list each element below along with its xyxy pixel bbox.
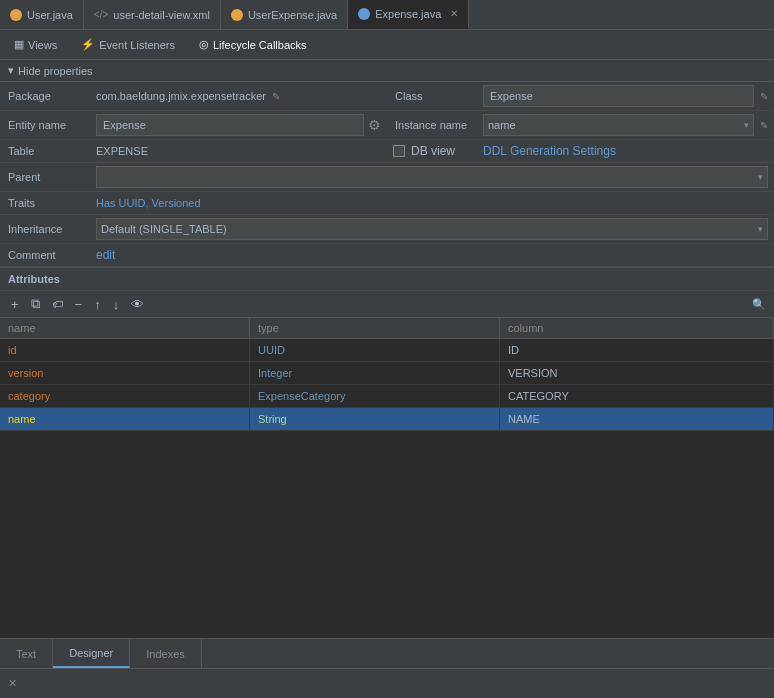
package-edit-icon[interactable]: ✎ [272, 91, 280, 102]
tab-label: UserExpense.java [248, 9, 337, 21]
attr-name-category: category [0, 385, 250, 407]
inheritance-select[interactable]: Default (SINGLE_TABLE) ▾ [96, 218, 768, 240]
inheritance-row: Inheritance Default (SINGLE_TABLE) ▾ [0, 215, 774, 244]
attr-name-name: name [0, 408, 250, 430]
inheritance-value: Default (SINGLE_TABLE) [101, 223, 227, 235]
views-label: Views [28, 39, 57, 51]
table-row[interactable]: version Integer VERSION [0, 362, 774, 385]
designer-tab-label: Designer [69, 647, 113, 659]
bottom-tabs-bar: Text Designer Indexes [0, 638, 774, 668]
move-up-button[interactable]: ↑ [91, 296, 104, 313]
attr-column-version: VERSION [500, 362, 774, 384]
move-down-button[interactable]: ↓ [110, 296, 123, 313]
attr-column-category: CATEGORY [500, 385, 774, 407]
type-column-header: type [250, 318, 500, 338]
editor-toolbar: ▦ Views ⚡ Event Listeners ◎ Lifecycle Ca… [0, 30, 774, 60]
tab-label: Expense.java [375, 8, 441, 20]
views-icon: ▦ [14, 38, 24, 51]
traits-label: Traits [0, 192, 90, 214]
inheritance-value-cell: Default (SINGLE_TABLE) ▾ [90, 215, 774, 243]
db-view-checkbox[interactable] [393, 145, 405, 157]
parent-select[interactable]: ▾ [96, 166, 768, 188]
entity-settings-icon[interactable]: ⚙ [368, 117, 381, 133]
indexes-tab-label: Indexes [146, 648, 185, 660]
text-tab-label: Text [16, 648, 36, 660]
instance-name-value: name [488, 119, 516, 131]
lifecycle-callbacks-button[interactable]: ◎ Lifecycle Callbacks [193, 36, 313, 53]
minus-button[interactable]: − [72, 296, 86, 313]
parent-label: Parent [0, 163, 90, 191]
dbview-cell: DB view [387, 140, 477, 163]
inheritance-label: Inheritance [0, 215, 90, 243]
package-value: com.baeldung.jmix.expensetracker [96, 90, 266, 102]
java-icon-3 [358, 8, 370, 20]
attributes-table: name type column id UUID ID version Inte… [0, 318, 774, 431]
lifecycle-callbacks-label: Lifecycle Callbacks [213, 39, 307, 51]
ddl-cell: DDL Generation Settings [477, 140, 774, 163]
event-listeners-label: Event Listeners [99, 39, 175, 51]
instance-name-select[interactable]: name ▾ [483, 114, 754, 136]
attributes-header: Attributes [0, 268, 774, 291]
properties-section: ▾ Hide properties Package com.baeldung.j… [0, 60, 774, 268]
attr-type-category: ExpenseCategory [250, 385, 500, 407]
package-label: Package [0, 82, 90, 111]
tag-attribute-button[interactable]: 🏷 [49, 297, 66, 311]
table-row[interactable]: category ExpenseCategory CATEGORY [0, 385, 774, 408]
instance-name-value-cell: name ▾ ✎ [477, 111, 774, 140]
attr-column-id: ID [500, 339, 774, 361]
attributes-label: Attributes [8, 273, 60, 285]
table-value-cell: EXPENSE [90, 140, 387, 163]
comment-edit-link[interactable]: edit [96, 248, 115, 262]
hide-properties-label: Hide properties [18, 65, 93, 77]
instance-edit-icon[interactable]: ✎ [760, 120, 768, 131]
parent-chevron-icon: ▾ [758, 172, 763, 182]
chevron-icon: ▾ [8, 64, 14, 77]
add-attribute-button[interactable]: + [8, 296, 22, 313]
tab-designer[interactable]: Designer [53, 639, 130, 668]
java-icon [10, 9, 22, 21]
attr-type-version: Integer [250, 362, 500, 384]
comment-row: Comment edit [0, 244, 774, 267]
class-value-cell: ✎ [477, 82, 774, 111]
status-bar: ✕ [0, 668, 774, 698]
attr-type-id: UUID [250, 339, 500, 361]
tab-userexpense-java[interactable]: UserExpense.java [221, 0, 348, 29]
comment-label: Comment [0, 244, 90, 266]
instance-chevron-icon: ▾ [744, 120, 749, 130]
copy-attribute-button[interactable]: ⧉ [28, 295, 43, 313]
attr-column-name: NAME [500, 408, 774, 430]
search-button[interactable]: 🔍 [752, 298, 766, 311]
eye-button[interactable]: 👁 [128, 296, 147, 313]
lifecycle-icon: ◎ [199, 38, 209, 51]
attributes-table-header: name type column [0, 318, 774, 339]
tab-close-button[interactable]: ✕ [450, 8, 458, 19]
traits-row: Traits Has UUID, Versioned [0, 192, 774, 215]
class-input[interactable] [483, 85, 754, 107]
package-value-cell: com.baeldung.jmix.expensetracker ✎ [90, 82, 387, 111]
tab-text[interactable]: Text [0, 639, 53, 668]
table-row-selected[interactable]: name String NAME [0, 408, 774, 431]
table-label: Table [0, 140, 90, 163]
entity-name-value-cell: ⚙ [90, 111, 387, 140]
tab-label: user-detail-view.xml [113, 9, 210, 21]
tab-indexes[interactable]: Indexes [130, 639, 202, 668]
views-button[interactable]: ▦ Views [8, 36, 63, 53]
entity-name-label: Entity name [0, 111, 90, 140]
hide-properties-toggle[interactable]: ▾ Hide properties [0, 60, 774, 82]
entity-name-input[interactable] [96, 114, 364, 136]
event-listeners-button[interactable]: ⚡ Event Listeners [75, 36, 181, 53]
instance-name-label: Instance name [387, 111, 477, 140]
close-status-button[interactable]: ✕ [8, 677, 17, 690]
traits-value-cell: Has UUID, Versioned [90, 192, 774, 214]
tab-expense-java[interactable]: Expense.java ✕ [348, 0, 469, 29]
table-row[interactable]: id UUID ID [0, 339, 774, 362]
xml-icon: </> [94, 9, 108, 20]
java-icon-2 [231, 9, 243, 21]
tab-user-detail-view-xml[interactable]: </> user-detail-view.xml [84, 0, 221, 29]
tabs-bar: User.java </> user-detail-view.xml UserE… [0, 0, 774, 30]
attributes-toolbar: + ⧉ 🏷 − ↑ ↓ 👁 🔍 [0, 291, 774, 318]
tab-user-java[interactable]: User.java [0, 0, 84, 29]
traits-value: Has UUID, Versioned [96, 197, 201, 209]
ddl-settings-link[interactable]: DDL Generation Settings [483, 144, 616, 158]
class-edit-icon[interactable]: ✎ [760, 91, 768, 102]
